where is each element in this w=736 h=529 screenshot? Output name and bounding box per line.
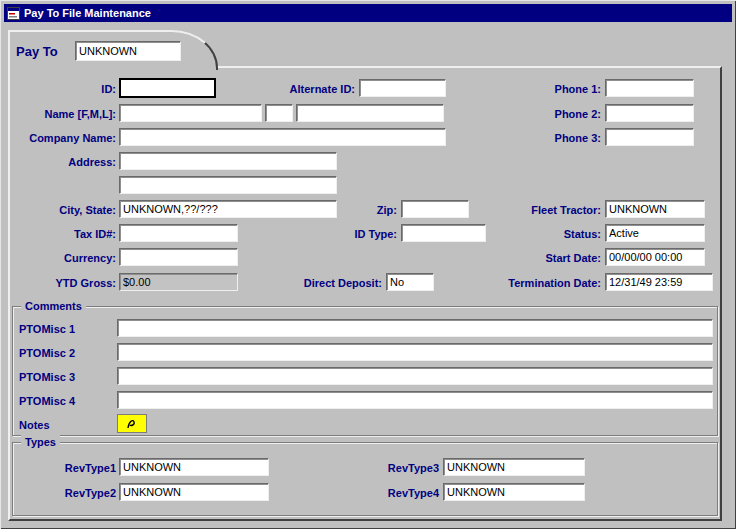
fleet-tractor-input[interactable] [605, 200, 705, 218]
types-group: Types RevType1 RevType3 RevType2 RevType… [12, 442, 718, 516]
pay-to-input[interactable] [75, 41, 181, 61]
window-title: Pay To File Maintenance [24, 7, 151, 19]
tax-id-label: Tax ID#: [38, 225, 116, 243]
id-type-input[interactable] [401, 224, 486, 242]
city-state-input[interactable] [119, 200, 337, 218]
title-bar: Pay To File Maintenance [4, 4, 732, 22]
id-type-label: ID Type: [338, 225, 397, 243]
revtype2-label: RevType2 [19, 484, 116, 502]
fleet-tractor-label: Fleet Tractor: [503, 201, 601, 219]
tax-id-input[interactable] [119, 224, 238, 242]
ptomisc4-input[interactable] [117, 391, 713, 409]
ptomisc1-label: PTOMisc 1 [19, 320, 109, 338]
id-input[interactable] [119, 78, 216, 98]
revtype1-label: RevType1 [19, 459, 116, 477]
address-line2-input[interactable] [119, 176, 337, 194]
revtype1-input[interactable] [119, 458, 269, 476]
app-icon [7, 7, 20, 20]
alternate-id-label: Alternate ID: [248, 80, 355, 98]
start-date-input[interactable] [605, 248, 705, 266]
direct-deposit-input[interactable] [386, 273, 434, 291]
termination-date-label: Termination Date: [478, 274, 601, 292]
phone3-input[interactable] [605, 128, 694, 146]
address-label: Address: [40, 153, 116, 171]
types-legend: Types [21, 435, 60, 449]
ptomisc3-label: PTOMisc 3 [19, 368, 109, 386]
revtype4-label: RevType4 [339, 484, 439, 502]
pay-to-label: Pay To [16, 44, 58, 59]
phone2-input[interactable] [605, 104, 694, 122]
phone1-label: Phone 1: [518, 80, 601, 98]
name-last-input[interactable] [296, 104, 444, 122]
start-date-label: Start Date: [523, 249, 601, 267]
ptomisc2-label: PTOMisc 2 [19, 344, 109, 362]
ptomisc2-input[interactable] [117, 343, 713, 361]
zip-input[interactable] [401, 200, 469, 218]
ptomisc1-input[interactable] [117, 319, 713, 337]
address-line1-input[interactable] [119, 152, 337, 170]
ptomisc3-input[interactable] [117, 367, 713, 385]
name-label: Name [F,M,L]: [18, 105, 116, 123]
alternate-id-input[interactable] [359, 79, 446, 97]
direct-deposit-label: Direct Deposit: [283, 274, 382, 292]
revtype3-label: RevType3 [339, 459, 439, 477]
phone1-input[interactable] [605, 79, 694, 97]
comments-group: Comments PTOMisc 1 PTOMisc 2 PTOMisc 3 P… [12, 306, 718, 436]
ptomisc4-label: PTOMisc 4 [19, 392, 109, 410]
notes-button[interactable] [117, 414, 147, 433]
name-first-input[interactable] [119, 104, 262, 122]
ytd-gross-input [119, 273, 238, 291]
phone3-label: Phone 3: [518, 129, 601, 147]
notes-label: Notes [19, 416, 109, 434]
company-name-input[interactable] [119, 128, 446, 146]
comments-legend: Comments [21, 299, 86, 313]
company-name-label: Company Name: [16, 129, 116, 147]
zip-label: Zip: [348, 201, 397, 219]
revtype3-input[interactable] [443, 458, 585, 476]
currency-label: Currency: [34, 249, 116, 267]
currency-input[interactable] [119, 248, 238, 266]
status-label: Status: [538, 225, 601, 243]
ytd-gross-label: YTD Gross: [28, 274, 116, 292]
revtype4-input[interactable] [443, 483, 585, 501]
window: Pay To File Maintenance Pay To ID: Alter… [0, 0, 736, 529]
termination-date-input[interactable] [605, 273, 713, 291]
status-input[interactable] [605, 224, 705, 242]
id-label: ID: [40, 80, 116, 98]
phone2-label: Phone 2: [518, 105, 601, 123]
note-pen-icon [125, 417, 139, 430]
revtype2-input[interactable] [119, 483, 269, 501]
city-state-label: City, State: [28, 201, 116, 219]
name-middle-input[interactable] [265, 104, 293, 122]
